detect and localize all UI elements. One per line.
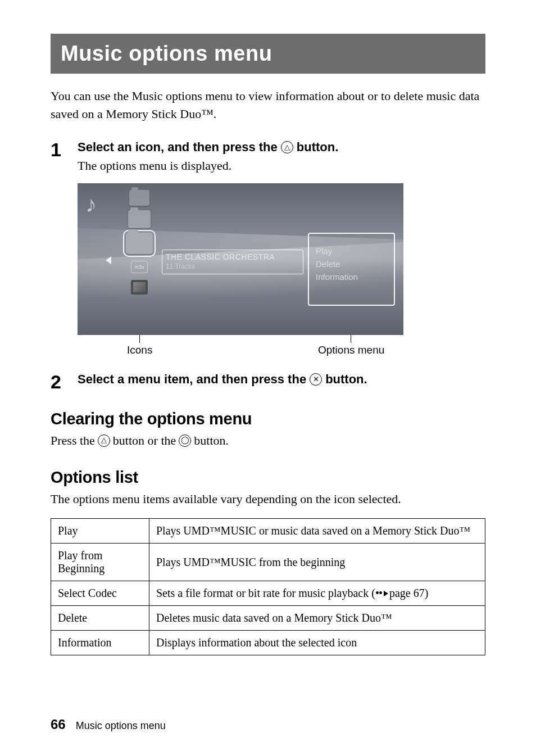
step-1-heading: Select an icon, and then press the △ but… xyxy=(78,139,485,156)
option-name: Delete xyxy=(51,606,149,631)
thumbnail-icon xyxy=(131,280,148,295)
icon-column: m3u xyxy=(126,190,153,295)
folder-icon-selected xyxy=(126,233,153,254)
option-name: Play xyxy=(51,519,149,544)
step-2-number: 2 xyxy=(51,371,78,393)
step-2-text-a: Select a menu item, and then press the xyxy=(78,371,306,388)
option-desc-text: Sets a file format or bit rate for music… xyxy=(156,587,375,599)
circle-button-icon: ◯ xyxy=(179,434,191,447)
option-desc: Deletes music data saved on a Memory Sti… xyxy=(149,606,485,631)
callout-options-menu: Options menu xyxy=(318,344,384,356)
xmb-screenshot: ♪ m3u THE CLASSIC ORCHESTRA 11 Tracks Pl… xyxy=(78,183,403,335)
clearing-text: Press the △ button or the ◯ button. xyxy=(51,432,485,450)
step-1-text-a: Select an icon, and then press the xyxy=(78,139,278,156)
option-name: Play from Beginning xyxy=(51,544,149,581)
step-1-number: 1 xyxy=(51,139,78,161)
page-number: 66 xyxy=(51,717,66,732)
option-desc: Displays information about the selected … xyxy=(149,631,485,655)
callout-icons: Icons xyxy=(127,344,152,356)
option-desc: Sets a file format or bit rate for music… xyxy=(149,581,485,606)
clearing-text-c: button. xyxy=(194,432,229,450)
intro-paragraph: You can use the Music options menu to vi… xyxy=(51,87,485,123)
options-menu-popup: Play Delete Information xyxy=(308,233,395,306)
options-table: Play Plays UMD™MUSIC or music data saved… xyxy=(51,518,485,655)
footer-label: Music options menu xyxy=(76,720,166,732)
options-list-intro: The options menu items available vary de… xyxy=(51,490,485,508)
step-2-text-b: button. xyxy=(325,371,367,388)
options-list-heading: Options list xyxy=(51,468,485,487)
option-name: Information xyxy=(51,631,149,655)
m3u-icon: m3u xyxy=(131,261,148,273)
folder-icon xyxy=(128,210,151,228)
options-menu-item: Delete xyxy=(316,259,387,269)
option-name: Select Codec xyxy=(51,581,149,606)
clearing-text-a: Press the xyxy=(51,432,95,450)
table-row: Play Plays UMD™MUSIC or music data saved… xyxy=(51,519,485,544)
step-1-text-b: button. xyxy=(297,139,339,156)
table-row: Play from Beginning Plays UMD™MUSIC from… xyxy=(51,544,485,581)
table-row: Delete Deletes music data saved on a Mem… xyxy=(51,606,485,631)
figure-callouts: Icons Options menu xyxy=(78,335,403,361)
cross-button-icon: ✕ xyxy=(310,373,322,386)
step-2-heading: Select a menu item, and then press the ✕… xyxy=(78,371,485,388)
page-footer: 66 Music options menu xyxy=(51,717,166,732)
page-title-bar: Music options menu xyxy=(51,34,485,74)
table-row: Select Codec Sets a file format or bit r… xyxy=(51,581,485,606)
triangle-button-icon: △ xyxy=(98,434,110,447)
options-menu-item: Information xyxy=(316,272,387,282)
nav-left-arrow-icon xyxy=(106,256,111,264)
triangle-button-icon: △ xyxy=(281,141,293,153)
step-1-sub: The options menu is displayed. xyxy=(78,159,485,173)
clearing-heading: Clearing the options menu xyxy=(51,410,485,428)
item-subtitle: 11 Tracks xyxy=(166,262,299,270)
folder-icon xyxy=(129,190,149,206)
step-2: 2 Select a menu item, and then press the… xyxy=(51,371,485,393)
option-desc-page: page 67) xyxy=(389,587,428,599)
crossref-icon: •• xyxy=(375,587,389,600)
clearing-text-b: button or the xyxy=(113,432,176,450)
step-1: 1 Select an icon, and then press the △ b… xyxy=(51,139,485,173)
option-desc: Plays UMD™MUSIC or music data saved on a… xyxy=(149,519,485,544)
music-note-icon: ♪ xyxy=(85,193,97,216)
figure: ♪ m3u THE CLASSIC ORCHESTRA 11 Tracks Pl… xyxy=(78,183,403,361)
option-desc: Plays UMD™MUSIC from the beginning xyxy=(149,544,485,581)
selected-item-box: THE CLASSIC ORCHESTRA 11 Tracks xyxy=(162,250,303,274)
table-row: Information Displays information about t… xyxy=(51,631,485,655)
item-title: THE CLASSIC ORCHESTRA xyxy=(166,252,299,261)
options-menu-item: Play xyxy=(316,246,387,256)
page-title: Music options menu xyxy=(61,42,272,65)
